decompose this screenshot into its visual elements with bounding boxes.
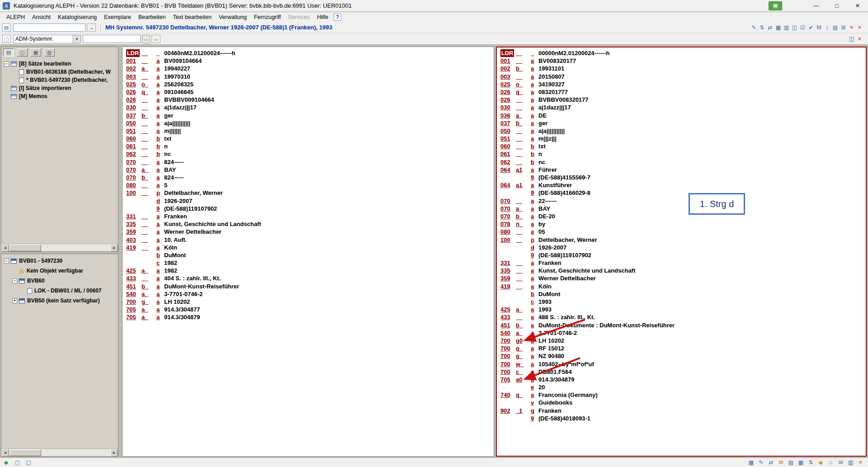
menu-verwaltung[interactable]: Verwaltung <box>215 13 250 21</box>
record-field-line[interactable]: 002a_a19940227 <box>123 65 494 72</box>
home-icon[interactable]: ⌂ <box>827 459 835 467</box>
scroll-right-icon[interactable]: ► <box>110 449 118 457</box>
record-field-line[interactable]: 433__a404 S. : zahlr. Ill., Kt. <box>123 274 494 282</box>
scroll-left-icon[interactable]: ◄ <box>1 449 9 457</box>
menu-ansicht[interactable]: Ansicht <box>28 13 54 21</box>
record-field-line[interactable]: 419__aKöln <box>497 283 866 290</box>
record-field-line[interactable]: 700q_aRF 15012 <box>497 344 866 352</box>
nav-horizontal-scrollbar[interactable]: ◄ ► <box>1 244 118 251</box>
record-field-line[interactable]: 030__aa|1dazz|||17 <box>123 104 494 111</box>
key-icon[interactable]: ◆ <box>817 459 825 467</box>
record-field-line[interactable]: 705a0a914.3/304879 <box>497 376 866 383</box>
tree-item[interactable]: −BVB01 - 5497230 <box>1 256 118 266</box>
record-field-line[interactable]: 001__aBV008320177 <box>497 57 866 65</box>
record-field-line[interactable]: 037b_ager <box>123 112 494 119</box>
menu-text-bearbeiten[interactable]: Text bearbeiten <box>169 13 215 21</box>
record-field-line[interactable]: 425a_a1982 <box>123 267 494 274</box>
record-field-line[interactable]: 100__pDettelbacher, Werner <box>123 189 494 197</box>
connection-ok-icon[interactable]: ◆ <box>2 459 10 467</box>
record-field-line[interactable]: 050__aa|a||||||||||| <box>123 119 494 127</box>
tree-item[interactable]: −[B] Sätze bearbeiten <box>1 60 118 68</box>
tree-item[interactable]: [I] Sätze importieren <box>1 84 118 92</box>
expand-icon[interactable]: + <box>12 298 17 303</box>
record-field-line[interactable]: 700c_aDB801.F564 <box>497 368 866 376</box>
split-view-icon[interactable]: ▥ <box>783 24 790 32</box>
expand-icon[interactable]: ↕ <box>823 24 831 32</box>
minimize-button[interactable]: — <box>806 0 826 12</box>
record-field-line[interactable]: 359__aWerner Dettelbacher <box>123 228 494 236</box>
record-field-line[interactable]: 030__aa|1dazz|||17 <box>497 104 866 111</box>
record-field-line[interactable]: 700g_aNZ 90480 <box>497 352 866 360</box>
record-field-line[interactable]: 026q_a083201777 <box>497 88 866 96</box>
close-record-icon[interactable]: × <box>856 24 863 32</box>
more-button[interactable]: ... <box>142 35 150 43</box>
record-field-line[interactable]: 433__a488 S. : zahlr. Ill., Kt. <box>497 313 866 321</box>
record-field-line[interactable]: 026__aBVBBV009104664 <box>123 96 494 104</box>
list-icon[interactable]: ▤ <box>787 459 795 467</box>
view-grid-icon[interactable]: ▦ <box>747 459 755 467</box>
record-field-line[interactable]: bDuMont <box>123 251 494 259</box>
record-field-line[interactable]: 070b_a824----- <box>123 174 494 181</box>
record-field-line[interactable]: 051__am||||||| <box>123 127 494 135</box>
record-field-line[interactable]: 003__a20150807 <box>497 73 866 80</box>
record-field-line[interactable]: 705a_a914.3/304879 <box>123 313 494 321</box>
edit-record-icon[interactable]: ✎ <box>750 24 758 32</box>
full-view-icon[interactable]: ▦ <box>774 24 782 32</box>
record-field-line[interactable]: 700g0aLH 10202 <box>497 337 866 344</box>
scroll-left-icon[interactable]: ◄ <box>1 244 9 252</box>
edit-icon[interactable]: ✎ <box>757 459 765 467</box>
record-field-line[interactable]: 002b_a19931101 <box>497 65 866 72</box>
record-field-line[interactable]: 700w_a105402--by*mf*of*uf <box>497 360 866 368</box>
record-field-line[interactable]: 026__aBVBBV008320177 <box>497 96 866 104</box>
open-template-icon[interactable]: ⊞ <box>840 24 847 32</box>
record-field-line[interactable]: e20 <box>497 383 866 391</box>
record-field-line[interactable]: 070b_aDE-20 <box>497 212 866 220</box>
menu-katalogisierung[interactable]: Katalogisierung <box>54 13 100 21</box>
tag-list-icon[interactable]: ▤ <box>831 24 839 32</box>
template-doc-icon[interactable]: ▢ <box>25 459 33 467</box>
tree-item[interactable]: −BVB60 <box>1 276 118 286</box>
right-record-panel[interactable]: LDR___00000nM2.01200024------h001__aBV00… <box>496 47 867 457</box>
help-icon[interactable]: ? <box>334 14 341 21</box>
collapse-icon[interactable]: − <box>4 61 9 66</box>
tree-horizontal-scrollbar[interactable]: ◄ ► <box>1 448 118 456</box>
tab-records-icon[interactable]: ▤ <box>3 48 14 57</box>
collapse-icon[interactable]: − <box>12 278 17 283</box>
marc-view-icon[interactable]: M <box>815 24 823 32</box>
tree-item[interactable]: [M] Memos <box>1 92 118 100</box>
collapse-icon[interactable]: − <box>4 259 9 264</box>
record-field-line[interactable]: 026q_a091046645 <box>123 88 494 96</box>
record-field-line[interactable]: c1982 <box>123 259 494 267</box>
menu-fernzugriff[interactable]: Fernzugriff <box>250 13 285 21</box>
record-field-line[interactable]: 331__aFranken <box>123 212 494 220</box>
tab-objects-icon[interactable]: ▦ <box>30 48 41 57</box>
scrollbar-thumb[interactable] <box>9 449 41 456</box>
record-field-line[interactable]: 001__aBV009104664 <box>123 57 494 65</box>
tab-search-icon[interactable]: ▥ <box>44 48 55 57</box>
record-field-line[interactable]: 060__btxt <box>497 142 866 150</box>
tree-item[interactable]: +BVB50 (kein Satz verfügbar) <box>1 296 118 306</box>
adm-page-icon[interactable]: ▢ <box>2 35 10 43</box>
record-field-line[interactable]: 070__a22------ <box>497 197 866 205</box>
tab-duplicate-icon[interactable]: ◫ <box>17 48 28 57</box>
close-button[interactable]: ✕ <box>847 0 868 12</box>
record-field-line[interactable]: 9(DE-588)119107902 <box>123 205 494 212</box>
switch-icon[interactable]: ⇄ <box>767 459 775 467</box>
close-icon[interactable]: × <box>856 35 863 43</box>
record-field-line[interactable]: 080__a05 <box>497 228 866 236</box>
tree-item[interactable]: ⚠Kein Objekt verfügbar <box>1 266 118 276</box>
record-field-line[interactable]: LDR___00460nM2.01200024------h <box>123 49 494 57</box>
record-field-line[interactable]: 540a_a3-7701-0746-2 <box>123 290 494 298</box>
exit-icon[interactable]: × <box>857 459 864 467</box>
record-field-line[interactable]: 100__pDettelbacher, Werner <box>497 236 866 244</box>
scrollbar-thumb[interactable] <box>9 245 41 251</box>
adm-go-button[interactable]: → <box>151 35 160 43</box>
delete-record-icon[interactable]: × <box>848 24 855 32</box>
record-field-line[interactable]: 540a_a3-7701-0746-2 <box>497 329 866 337</box>
dual-record-icon[interactable]: ◫ <box>791 24 798 32</box>
chevron-down-icon[interactable]: ▼ <box>73 35 80 43</box>
go-button[interactable]: → <box>87 24 96 32</box>
tree-item[interactable]: * BVB01-5497230 (Dettelbacher, <box>1 76 118 84</box>
tree-item[interactable]: BVB01-6036188 (Dettelbacher, W <box>1 68 118 76</box>
menu-aleph[interactable]: ALEPH <box>3 13 28 21</box>
